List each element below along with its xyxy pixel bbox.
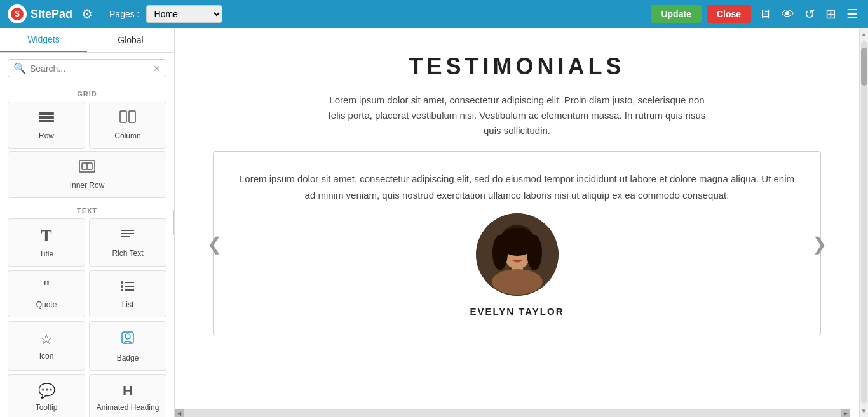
next-arrow-button[interactable]: ❯ bbox=[806, 234, 833, 255]
grid-widgets: Row Column bbox=[0, 102, 174, 149]
section-description: Lorem ipsum dolor sit amet, consectetur … bbox=[327, 93, 708, 138]
tab-widgets[interactable]: Widgets bbox=[0, 28, 87, 52]
rich-text-label: Rich Text bbox=[112, 249, 143, 258]
badge-label: Badge bbox=[117, 354, 139, 362]
icon-widget-icon: ☆ bbox=[40, 331, 53, 348]
scrollbar-track[interactable] bbox=[861, 41, 867, 404]
testimonial-name: EVELYN TAYLOR bbox=[470, 306, 564, 317]
right-scrollbar: ▲ ▼ bbox=[859, 28, 868, 417]
title-icon: T bbox=[41, 227, 51, 246]
row-label: Row bbox=[39, 131, 54, 140]
widget-animated-heading[interactable]: H Animated Heading bbox=[89, 374, 166, 417]
widget-row[interactable]: Row bbox=[8, 102, 85, 149]
logo-icon: S bbox=[8, 4, 27, 23]
page-content: TESTIMONIALS Lorem ipsum dolor sit amet,… bbox=[175, 28, 859, 362]
svg-point-28 bbox=[509, 249, 514, 253]
tooltip-label: Tooltip bbox=[36, 403, 58, 412]
svg-rect-2 bbox=[39, 112, 54, 115]
widget-title[interactable]: T Title bbox=[8, 218, 85, 267]
inner-row-label: Inner Row bbox=[70, 181, 105, 190]
svg-point-13 bbox=[121, 281, 123, 284]
horizontal-scrollbar[interactable]: ◀ ▶ bbox=[175, 409, 850, 417]
prev-arrow-button[interactable]: ❮ bbox=[201, 234, 228, 255]
inner-row-grid: Inner Row bbox=[0, 151, 174, 198]
row-icon bbox=[37, 110, 55, 128]
section-title: TESTIMONIALS bbox=[409, 53, 625, 80]
search-input[interactable] bbox=[30, 63, 149, 74]
refresh-icon-button[interactable]: ↺ bbox=[802, 6, 818, 22]
svg-point-26 bbox=[492, 235, 508, 270]
rich-text-icon bbox=[119, 227, 137, 245]
widget-tooltip[interactable]: 💬 Tooltip bbox=[8, 374, 85, 417]
search-icon: 🔍 bbox=[13, 62, 26, 74]
pages-select[interactable]: Home About Contact bbox=[146, 5, 222, 23]
title-label: Title bbox=[39, 249, 53, 258]
widget-list[interactable]: List bbox=[89, 270, 166, 317]
navbar: S SitePad ⚙ Pages : Home About Contact U… bbox=[0, 0, 868, 28]
sidebar-search-container: 🔍 ✕ bbox=[8, 59, 166, 77]
grid-section-label: GRID bbox=[0, 84, 174, 102]
text-section-label: TEXT bbox=[0, 201, 174, 218]
list-label: List bbox=[122, 300, 134, 309]
widget-inner-row[interactable]: Inner Row bbox=[8, 151, 166, 198]
scroll-right-btn[interactable]: ▶ bbox=[841, 409, 850, 417]
clear-search-icon[interactable]: ✕ bbox=[153, 63, 161, 74]
canvas-area: TESTIMONIALS Lorem ipsum dolor sit amet,… bbox=[175, 28, 859, 417]
navbar-right: Update Close 🖥 👁 ↺ ⊞ ☰ bbox=[651, 5, 860, 23]
testimonial-quote: Lorem ipsum dolor sit amet, consectetur … bbox=[239, 171, 795, 203]
animated-heading-label: Animated Heading bbox=[97, 403, 159, 412]
svg-point-29 bbox=[520, 249, 526, 253]
svg-rect-6 bbox=[129, 111, 135, 122]
widget-quote[interactable]: " Quote bbox=[8, 270, 85, 317]
settings-icon-button[interactable]: ⚙ bbox=[81, 6, 93, 22]
svg-rect-3 bbox=[39, 116, 54, 119]
widget-column[interactable]: Column bbox=[89, 102, 166, 149]
svg-rect-5 bbox=[120, 111, 126, 122]
logo: S SitePad bbox=[8, 4, 72, 23]
svg-point-15 bbox=[121, 285, 123, 288]
badge-icon bbox=[119, 329, 136, 350]
widget-icon[interactable]: ☆ Icon bbox=[8, 321, 85, 371]
sidebar-content: GRID Row bbox=[0, 84, 174, 417]
preview-icon-button[interactable]: 👁 bbox=[779, 7, 797, 22]
svg-text:S: S bbox=[15, 10, 20, 18]
svg-point-20 bbox=[125, 334, 130, 339]
icon-label: Icon bbox=[39, 352, 54, 361]
svg-rect-4 bbox=[39, 120, 54, 122]
text-widgets: T Title Rich Text " Quote bbox=[0, 218, 174, 417]
quote-icon: " bbox=[43, 279, 50, 296]
tab-global[interactable]: Global bbox=[87, 28, 174, 52]
svg-point-27 bbox=[527, 235, 542, 270]
pages-label: Pages : bbox=[109, 9, 139, 19]
tooltip-icon: 💬 bbox=[38, 383, 55, 399]
main-layout: Widgets Global 🔍 ✕ GRID bbox=[0, 28, 868, 417]
structure-icon-button[interactable]: ⊞ bbox=[823, 6, 839, 22]
sidebar-tabs: Widgets Global bbox=[0, 28, 174, 53]
column-label: Column bbox=[114, 131, 140, 140]
menu-icon-button[interactable]: ☰ bbox=[844, 6, 860, 22]
svg-point-17 bbox=[121, 289, 123, 291]
logo-text: SitePad bbox=[31, 8, 72, 21]
list-icon bbox=[119, 279, 137, 296]
scroll-up-arrow[interactable]: ▲ bbox=[860, 29, 868, 39]
scroll-left-btn[interactable]: ◀ bbox=[175, 409, 184, 417]
inner-row-icon bbox=[78, 159, 96, 177]
column-icon bbox=[119, 110, 137, 128]
update-button[interactable]: Update bbox=[651, 5, 701, 23]
widget-badge[interactable]: Badge bbox=[89, 321, 166, 371]
testimonial-avatar bbox=[476, 213, 559, 296]
scroll-down-arrow[interactable]: ▼ bbox=[860, 406, 868, 416]
svg-point-30 bbox=[492, 269, 543, 295]
widget-rich-text[interactable]: Rich Text bbox=[89, 218, 166, 267]
animated-heading-icon: H bbox=[123, 383, 133, 399]
testimonial-card: ❮ Lorem ipsum dolor sit amet, consectetu… bbox=[213, 151, 821, 336]
quote-label: Quote bbox=[36, 300, 57, 309]
close-button[interactable]: Close bbox=[707, 5, 751, 23]
sidebar: Widgets Global 🔍 ✕ GRID bbox=[0, 28, 175, 417]
scrollbar-thumb[interactable] bbox=[861, 48, 867, 86]
desktop-icon-button[interactable]: 🖥 bbox=[756, 7, 774, 22]
